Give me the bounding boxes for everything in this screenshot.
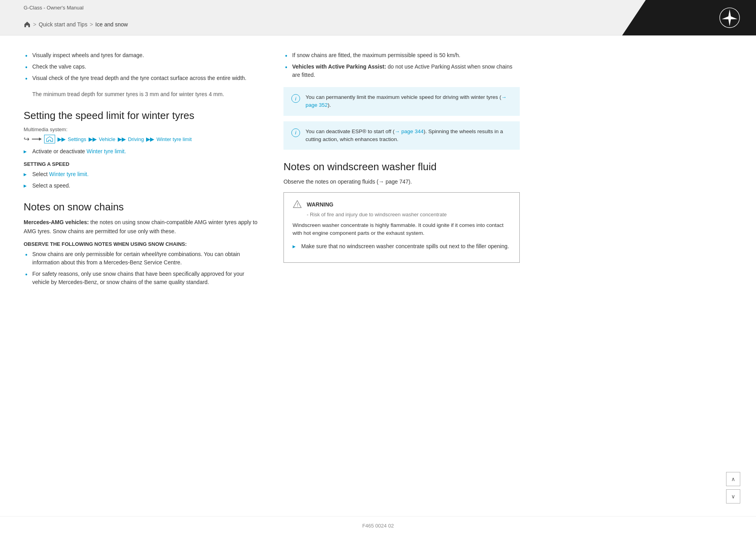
page-344-link[interactable]: → page 344 bbox=[395, 128, 424, 134]
scroll-down-button[interactable]: ∨ bbox=[726, 489, 740, 503]
breadcrumb: > Quick start and Tips > Ice and snow bbox=[24, 21, 128, 28]
active-parking-bold: Vehicles with Active Parking Assist: bbox=[292, 63, 386, 70]
list-item: Visually inspect wheels and tyres for da… bbox=[24, 51, 260, 59]
windscreen-heading: Notes on windscreen washer fluid bbox=[284, 161, 520, 173]
page-747-link[interactable]: → page 747 bbox=[378, 178, 408, 185]
svg-point-1 bbox=[728, 17, 730, 19]
amg-bold: Mercedes-AMG vehicles: bbox=[24, 219, 89, 225]
list-item: Vehicles with Active Parking Assist: do … bbox=[284, 63, 520, 79]
intro-bullet-list: Visually inspect wheels and tyres for da… bbox=[24, 51, 260, 82]
page-header: G-Class - Owner's Manual > Quick start a… bbox=[0, 0, 756, 35]
info-icon-2: i bbox=[291, 128, 300, 137]
info-text-2: You can deactivate ESP® to start off (→ … bbox=[306, 128, 512, 144]
list-item: Select a speed. bbox=[24, 182, 260, 190]
list-item: Make sure that no windscreen washer conc… bbox=[293, 242, 511, 251]
info-text-1: You can permanently limit the maximum ve… bbox=[306, 93, 512, 110]
warning-steps: Make sure that no windscreen washer conc… bbox=[293, 242, 511, 251]
warning-body: Windscreen washer concentrate is highly … bbox=[293, 221, 511, 238]
main-content: Visually inspect wheels and tyres for da… bbox=[0, 35, 756, 516]
svg-text:!: ! bbox=[297, 203, 298, 207]
nav-double-arrow-1: ▶▶ bbox=[57, 136, 65, 142]
info-box-2: i You can deactivate ESP® to start off (… bbox=[284, 121, 520, 150]
breadcrumb-sep-2: > bbox=[90, 21, 93, 28]
nav-vehicle-label: Vehicle bbox=[99, 136, 115, 142]
scroll-arrows: ∧ ∨ bbox=[726, 472, 740, 503]
warning-icon: ! bbox=[293, 200, 302, 209]
snow-chains-bullet-list: Snow chains are only permissible for cer… bbox=[24, 250, 260, 286]
breadcrumb-sep-1: > bbox=[33, 21, 36, 28]
warning-title: WARNING bbox=[307, 201, 334, 208]
home-icon[interactable] bbox=[24, 21, 31, 28]
footer: F465 0024 02 bbox=[0, 516, 756, 535]
snow-chains-heading: Notes on snow chains bbox=[24, 201, 260, 213]
page-title: G-Class - Owner's Manual bbox=[24, 5, 83, 11]
breadcrumb-current: Ice and snow bbox=[95, 21, 128, 28]
nav-home-icon-box bbox=[44, 135, 55, 143]
observe-label: OBSERVE THE FOLLOWING NOTES WHEN USING S… bbox=[24, 241, 260, 247]
intro-sub-text: The minimum tread depth for summer tyres… bbox=[24, 90, 260, 98]
list-item: Check the valve caps. bbox=[24, 63, 260, 71]
setting-speed-list: Select Winter tyre limit. Select a speed… bbox=[24, 170, 260, 190]
activate-list: Activate or deactivate Winter tyre limit… bbox=[24, 147, 260, 156]
scroll-up-button[interactable]: ∧ bbox=[726, 472, 740, 486]
winter-tyre-link-2[interactable]: Winter tyre limit. bbox=[49, 171, 89, 177]
nav-settings-label: Settings bbox=[68, 136, 86, 142]
speed-limit-heading: Setting the speed limit for winter tyres bbox=[24, 110, 260, 122]
footer-code: F465 0024 02 bbox=[362, 523, 394, 529]
info-box-1: i You can permanently limit the maximum … bbox=[284, 87, 520, 116]
nav-curved-arrow-icon: ↩ bbox=[24, 135, 30, 143]
breadcrumb-parent[interactable]: Quick start and Tips bbox=[39, 21, 87, 28]
list-item: Activate or deactivate Winter tyre limit… bbox=[24, 147, 260, 156]
header-logo bbox=[622, 0, 756, 35]
left-column: Visually inspect wheels and tyres for da… bbox=[24, 51, 260, 500]
nav-driving-label: Driving bbox=[128, 136, 144, 142]
windscreen-intro: Observe the notes on operating fluids (→… bbox=[284, 178, 520, 186]
list-item: Snow chains are only permissible for cer… bbox=[24, 250, 260, 267]
nav-arrow-line bbox=[32, 137, 42, 141]
right-column: If snow chains are fitted, the maximum p… bbox=[284, 51, 520, 500]
nav-winter-tyre-label: Winter tyre limit bbox=[156, 136, 192, 142]
warning-header: ! WARNING bbox=[293, 200, 511, 209]
amg-text: Mercedes-AMG vehicles: the notes on usin… bbox=[24, 218, 260, 236]
list-item: Visual check of the tyre tread depth and… bbox=[24, 74, 260, 82]
warning-box: ! WARNING - Risk of fire and injury due … bbox=[284, 192, 520, 263]
setting-speed-label: SETTING A SPEED bbox=[24, 161, 260, 167]
nav-double-arrow-2: ▶▶ bbox=[89, 136, 96, 142]
nav-double-arrow-3: ▶▶ bbox=[118, 136, 126, 142]
list-item: For safety reasons, only use snow chains… bbox=[24, 270, 260, 286]
warning-subtitle: - Risk of fire and injury due to windscr… bbox=[307, 212, 511, 217]
page-352-link[interactable]: → page 352 bbox=[306, 94, 506, 108]
mercedes-star-icon bbox=[719, 7, 740, 28]
nav-icons-row: ↩ ▶▶ Settings ▶▶ Vehicle ▶▶ Driving bbox=[24, 135, 260, 143]
winter-tyre-link-1[interactable]: Winter tyre limit. bbox=[87, 148, 126, 154]
nav-double-arrow-4: ▶▶ bbox=[146, 136, 154, 142]
right-bullet-list: If snow chains are fitted, the maximum p… bbox=[284, 51, 520, 79]
multimedia-label: Multimedia system: bbox=[24, 126, 260, 132]
list-item: Select Winter tyre limit. bbox=[24, 170, 260, 178]
list-item: If snow chains are fitted, the maximum p… bbox=[284, 51, 520, 59]
info-icon-1: i bbox=[291, 94, 300, 103]
